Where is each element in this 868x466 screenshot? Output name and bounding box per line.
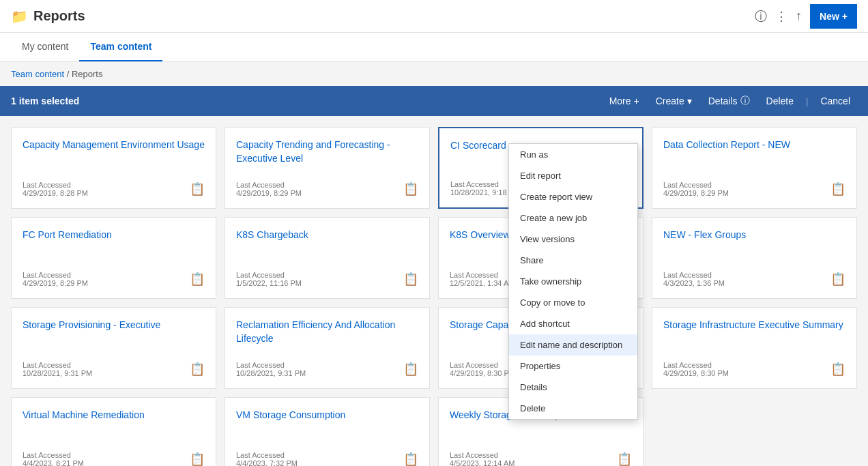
report-card-6[interactable]: K8S Chargeback Last Accessed 1/5/2022, 1… <box>225 217 430 299</box>
report-card-5[interactable]: FC Port Remediation Last Accessed 4/29/2… <box>11 217 216 299</box>
report-card-14[interactable]: VM Storage Consumption Last Accessed 4/4… <box>225 397 430 466</box>
last-accessed-value: 4/3/2023, 1:36 PM <box>663 279 725 287</box>
card-meta: Last Accessed 4/29/2019, 8:29 PM <box>236 181 302 197</box>
report-card-13[interactable]: Virtual Machine Remediation Last Accesse… <box>11 397 216 466</box>
last-accessed-label: Last Accessed <box>450 271 515 279</box>
card-report-icon: 📋 <box>190 452 205 466</box>
header: 📁 Reports ⓘ ⋮ ↑ New + <box>0 0 868 33</box>
card-title: FC Port Remediation <box>23 229 205 242</box>
card-title: Storage Provisioning - Executive <box>23 319 205 332</box>
context-menu-item-4[interactable]: View versions <box>509 229 637 250</box>
card-report-icon: 📋 <box>190 272 205 287</box>
new-button[interactable]: New + <box>810 4 857 29</box>
breadcrumb-separator: / <box>67 69 72 79</box>
last-accessed-label: Last Accessed <box>236 451 298 459</box>
page-title: Reports <box>33 8 85 24</box>
last-accessed-value: 4/29/2019, 8:30 PM <box>450 369 515 377</box>
card-footer: Last Accessed 10/28/2021, 9:31 PM 📋 <box>236 361 418 377</box>
card-title: Virtual Machine Remediation <box>23 409 205 422</box>
report-card-8[interactable]: NEW - Flex Groups Last Accessed 4/3/2023… <box>652 217 857 299</box>
create-btn-label: Create <box>656 96 684 106</box>
context-menu-item-12[interactable]: Delete <box>509 398 637 419</box>
cancel-btn-label: Cancel <box>820 96 850 106</box>
details-button[interactable]: Details ⓘ <box>701 92 757 110</box>
last-accessed-label: Last Accessed <box>23 451 84 459</box>
card-footer: Last Accessed 4/29/2019, 8:28 PM 📋 <box>23 181 205 197</box>
folder-icon: 📁 <box>11 8 28 25</box>
new-btn-plus: + <box>842 11 848 22</box>
details-btn-icon: ⓘ <box>740 95 750 107</box>
last-accessed-value: 4/29/2019, 8:29 PM <box>23 279 88 287</box>
more-icon[interactable]: ⋮ <box>775 9 787 24</box>
header-title: 📁 Reports <box>11 8 755 25</box>
last-accessed-label: Last Accessed <box>663 181 729 189</box>
context-menu-item-7[interactable]: Copy or move to <box>509 292 637 313</box>
card-report-icon: 📋 <box>830 272 845 287</box>
last-accessed-label: Last Accessed <box>663 271 725 279</box>
context-menu-item-5[interactable]: Share <box>509 250 637 271</box>
action-bar-separator: | <box>806 96 808 106</box>
context-menu-item-8[interactable]: Add shortcut <box>509 313 637 334</box>
card-report-icon: 📋 <box>403 272 418 287</box>
card-report-icon: 📋 <box>190 362 205 377</box>
last-accessed-value: 10/28/2021, 9:31 PM <box>236 369 306 377</box>
new-btn-label: New <box>820 11 839 22</box>
last-accessed-value: 4/29/2019, 8:29 PM <box>663 189 729 197</box>
card-title: Reclamation Efficiency And Allocation Li… <box>236 319 418 345</box>
last-accessed-value: 4/29/2019, 8:29 PM <box>236 189 302 197</box>
last-accessed-value: 4/5/2023, 12:14 AM <box>450 459 515 466</box>
card-report-icon: 📋 <box>830 362 845 377</box>
tab-team-content[interactable]: Team content <box>79 33 162 61</box>
delete-button[interactable]: Delete <box>760 93 800 109</box>
context-menu: Run asEdit reportCreate report viewCreat… <box>508 143 638 420</box>
card-meta: Last Accessed 4/4/2023, 7:32 PM <box>236 451 298 466</box>
more-btn-label: More <box>609 96 631 106</box>
last-accessed-value: 4/29/2019, 8:30 PM <box>663 369 729 377</box>
report-card-1[interactable]: Capacity Management Environment Usage La… <box>11 127 216 209</box>
last-accessed-label: Last Accessed <box>236 181 302 189</box>
last-accessed-label: Last Accessed <box>236 361 306 369</box>
card-title: Capacity Trending and Forecasting - Exec… <box>236 139 418 165</box>
card-report-icon: 📋 <box>830 181 845 196</box>
report-card-2[interactable]: Capacity Trending and Forecasting - Exec… <box>225 127 430 209</box>
header-icons: ⓘ ⋮ ↑ New + <box>755 4 857 29</box>
info-icon[interactable]: ⓘ <box>755 8 767 25</box>
report-card-10[interactable]: Reclamation Efficiency And Allocation Li… <box>225 307 430 389</box>
action-bar: 1 item selected More + Create ▾ Details … <box>0 86 868 116</box>
last-accessed-label: Last Accessed <box>450 451 515 459</box>
breadcrumb-current: Reports <box>72 69 103 79</box>
card-meta: Last Accessed 4/3/2023, 1:36 PM <box>663 271 725 287</box>
card-report-icon: 📋 <box>403 181 418 196</box>
card-meta: Last Accessed 4/29/2019, 8:30 PM <box>663 361 729 377</box>
context-menu-item-6[interactable]: Take ownership <box>509 271 637 292</box>
card-meta: Last Accessed 10/28/2021, 9:31 PM <box>23 361 92 377</box>
context-menu-item-0[interactable]: Run as <box>509 144 637 165</box>
upload-icon[interactable]: ↑ <box>796 9 802 23</box>
tab-my-content[interactable]: My content <box>11 33 79 61</box>
card-footer: Last Accessed 4/5/2023, 12:14 AM 📋 <box>450 451 632 466</box>
report-card-9[interactable]: Storage Provisioning - Executive Last Ac… <box>11 307 216 389</box>
create-button[interactable]: Create ▾ <box>649 93 699 109</box>
context-menu-item-9[interactable]: Edit name and description <box>509 334 637 355</box>
tabs-bar: My content Team content <box>0 33 868 62</box>
card-footer: Last Accessed 4/4/2023, 8:21 PM 📋 <box>23 451 205 466</box>
details-btn-label: Details <box>708 96 738 106</box>
card-meta: Last Accessed 10/28/2021, 9:31 PM <box>236 361 306 377</box>
reports-grid: Capacity Management Environment Usage La… <box>0 116 868 466</box>
report-card-12[interactable]: Storage Infrastructure Executive Summary… <box>652 307 857 389</box>
delete-btn-label: Delete <box>766 96 794 106</box>
context-menu-item-11[interactable]: Details <box>509 377 637 398</box>
cancel-button[interactable]: Cancel <box>813 93 857 109</box>
context-menu-item-2[interactable]: Create report view <box>509 186 637 207</box>
context-menu-item-3[interactable]: Create a new job <box>509 207 637 229</box>
more-button[interactable]: More + <box>603 93 646 109</box>
create-btn-icon: ▾ <box>687 96 692 106</box>
card-meta: Last Accessed 4/5/2023, 12:14 AM <box>450 451 515 466</box>
last-accessed-label: Last Accessed <box>236 271 302 279</box>
card-meta: Last Accessed 4/29/2019, 8:29 PM <box>663 181 729 197</box>
context-menu-item-10[interactable]: Properties <box>509 355 637 377</box>
breadcrumb-link[interactable]: Team content <box>11 69 64 79</box>
report-card-4[interactable]: Data Collection Report - NEW Last Access… <box>652 127 857 209</box>
context-menu-item-1[interactable]: Edit report <box>509 165 637 186</box>
last-accessed-value: 4/4/2023, 8:21 PM <box>23 459 84 466</box>
